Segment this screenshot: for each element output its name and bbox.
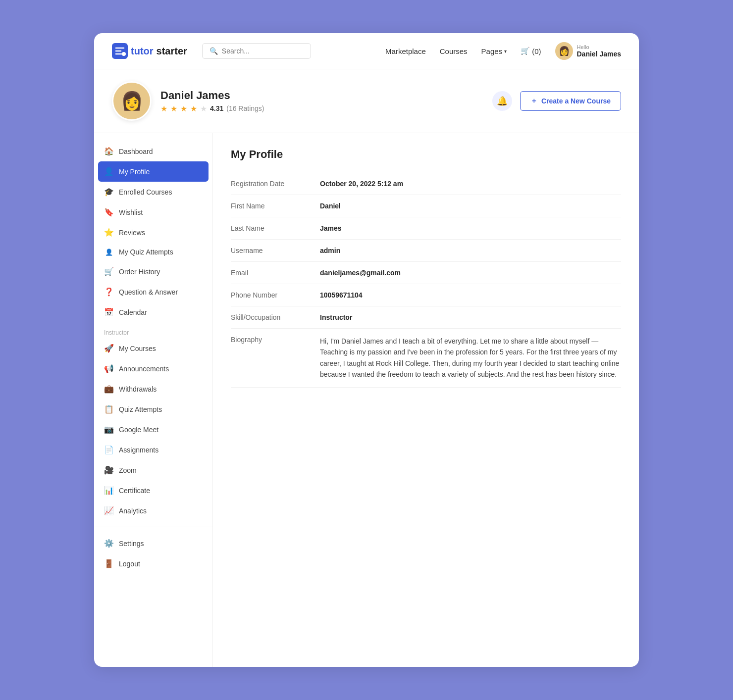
star-1: ★	[160, 104, 167, 113]
qa-icon: ❓	[104, 287, 114, 297]
settings-icon: ⚙️	[104, 539, 114, 548]
sidebar-item-google-meet[interactable]: 📷 Google Meet	[94, 419, 212, 440]
quiz-attempts-icon: 📋	[104, 404, 114, 414]
profile-name: Daniel James	[160, 89, 483, 102]
star-5: ★	[200, 104, 207, 113]
certificate-icon: 📊	[104, 486, 114, 495]
main-content: My Profile Registration DateOctober 20, …	[213, 133, 639, 667]
profile-value: Hi, I'm Daniel James and I teach a bit o…	[320, 336, 621, 380]
profile-label: Phone Number	[231, 291, 320, 299]
profile-row: First NameDaniel	[231, 195, 621, 217]
content-area: 🏠 Dashboard 👤 My Profile 🎓 Enrolled Cour…	[94, 133, 639, 667]
sidebar-item-assignments[interactable]: 📄 Assignments	[94, 440, 212, 460]
profile-value: James	[320, 224, 621, 232]
profile-row: BiographyHi, I'm Daniel James and I teac…	[231, 329, 621, 388]
google-meet-icon: 📷	[104, 425, 114, 434]
star-4: ★	[190, 104, 197, 113]
sidebar-item-certificate[interactable]: 📊 Certificate	[94, 480, 212, 500]
sidebar-item-settings[interactable]: ⚙️ Settings	[94, 533, 212, 553]
sidebar-item-my-courses[interactable]: 🚀 My Courses	[94, 338, 212, 358]
sidebar-label-calendar: Calendar	[119, 308, 147, 316]
sidebar-label-question-answer: Question & Answer	[119, 288, 178, 296]
profile-label: Biography	[231, 336, 320, 380]
create-course-button[interactable]: ＋ Create a New Course	[520, 91, 621, 111]
profile-label: Email	[231, 269, 320, 277]
sidebar-label-google-meet: Google Meet	[119, 426, 158, 434]
page-title: My Profile	[231, 148, 621, 161]
quiz-icon: 👤	[104, 249, 114, 256]
sidebar-label-quiz-attempts: My Quiz Attempts	[119, 248, 173, 256]
sidebar-label-withdrawals: Withdrawals	[119, 385, 157, 393]
sidebar-item-quiz-attempts-instructor[interactable]: 📋 Quiz Attempts	[94, 399, 212, 419]
profile-row: Last NameJames	[231, 217, 621, 240]
user-avatar-header: 👩	[555, 42, 573, 60]
order-icon: 🛒	[104, 267, 114, 276]
rating-number: 4.31	[210, 104, 223, 112]
sidebar-item-question-answer[interactable]: ❓ Question & Answer	[94, 282, 212, 302]
profile-value: Daniel	[320, 202, 621, 210]
profile-table: Registration DateOctober 20, 2022 5:12 a…	[231, 173, 621, 388]
nav-courses[interactable]: Courses	[440, 47, 468, 55]
profile-row: Usernameadmin	[231, 240, 621, 262]
sidebar-label-wishlist: Wishlist	[119, 208, 143, 216]
profile-label: Skill/Occupation	[231, 313, 320, 321]
sidebar-item-withdrawals[interactable]: 💼 Withdrawals	[94, 379, 212, 399]
sidebar-item-analytics[interactable]: 📈 Analytics	[94, 500, 212, 521]
sidebar-item-my-profile[interactable]: 👤 My Profile	[98, 161, 209, 182]
sidebar-label-my-courses: My Courses	[119, 345, 156, 352]
bell-icon: 🔔	[497, 96, 508, 106]
sidebar-label-reviews: Reviews	[119, 229, 145, 237]
assignments-icon: 📄	[104, 445, 114, 454]
sidebar-item-enrolled-courses[interactable]: 🎓 Enrolled Courses	[94, 182, 212, 202]
profile-avatar: 👩	[112, 81, 152, 121]
search-bar[interactable]: 🔍	[202, 43, 311, 59]
star-2: ★	[170, 104, 177, 113]
cart-icon: 🛒	[521, 47, 530, 55]
profile-row: Phone Number10059671104	[231, 284, 621, 306]
sidebar-label-assignments: Assignments	[119, 446, 158, 454]
enrolled-icon: 🎓	[104, 187, 114, 197]
profile-value: 10059671104	[320, 291, 621, 299]
sidebar-item-dashboard[interactable]: 🏠 Dashboard	[94, 141, 212, 161]
sidebar-item-order-history[interactable]: 🛒 Order History	[94, 261, 212, 282]
profile-rating: ★ ★ ★ ★ ★ 4.31 (16 Ratings)	[160, 104, 483, 113]
sidebar-label-logout: Logout	[119, 560, 140, 568]
sidebar-label-certificate: Certificate	[119, 487, 150, 495]
nav-marketplace[interactable]: Marketplace	[385, 47, 426, 55]
calendar-icon: 📅	[104, 307, 114, 317]
cart-button[interactable]: 🛒 (0)	[521, 47, 541, 55]
sidebar-item-quiz-attempts[interactable]: 👤 My Quiz Attempts	[94, 243, 212, 261]
header-nav: Marketplace Courses Pages ▾ 🛒 (0) 👩 Hell…	[385, 42, 621, 60]
instructor-section-label: Instructor	[94, 322, 212, 338]
reviews-icon: ⭐	[104, 228, 114, 237]
sidebar-item-calendar[interactable]: 📅 Calendar	[94, 302, 212, 322]
search-input[interactable]	[222, 47, 304, 55]
profile-label: Registration Date	[231, 180, 320, 188]
sidebar-label-order-history: Order History	[119, 268, 160, 276]
nav-pages[interactable]: Pages ▾	[481, 47, 507, 55]
sidebar-item-zoom[interactable]: 🎥 Zoom	[94, 460, 212, 480]
plus-icon: ＋	[530, 97, 537, 105]
profile-value: danieljames@gmail.com	[320, 269, 621, 277]
logo-icon	[112, 43, 128, 59]
svg-point-1	[122, 52, 126, 56]
zoom-icon: 🎥	[104, 465, 114, 475]
search-icon: 🔍	[209, 47, 218, 55]
user-greeting: Hello	[577, 44, 622, 50]
user-name-header-text: Daniel James	[577, 50, 622, 58]
dashboard-icon: 🏠	[104, 147, 114, 156]
logo-tutor: tutor	[131, 46, 154, 57]
main-card: tutorstarter 🔍 Marketplace Courses Pages…	[94, 33, 639, 667]
sidebar-label-quiz-attempts-instructor: Quiz Attempts	[119, 405, 162, 413]
sidebar-item-wishlist[interactable]: 🔖 Wishlist	[94, 202, 212, 222]
profile-value: admin	[320, 247, 621, 254]
sidebar-label-enrolled-courses: Enrolled Courses	[119, 188, 172, 196]
sidebar-item-reviews[interactable]: ⭐ Reviews	[94, 222, 212, 243]
profile-icon: 👤	[104, 167, 114, 176]
notification-bell-button[interactable]: 🔔	[492, 91, 512, 111]
sidebar-item-logout[interactable]: 🚪 Logout	[94, 553, 212, 574]
star-3: ★	[180, 104, 187, 113]
user-info-header[interactable]: 👩 Hello Daniel James	[555, 42, 622, 60]
sidebar-item-announcements[interactable]: 📢 Announcements	[94, 358, 212, 379]
profile-info: Daniel James ★ ★ ★ ★ ★ 4.31 (16 Ratings)	[160, 89, 483, 113]
